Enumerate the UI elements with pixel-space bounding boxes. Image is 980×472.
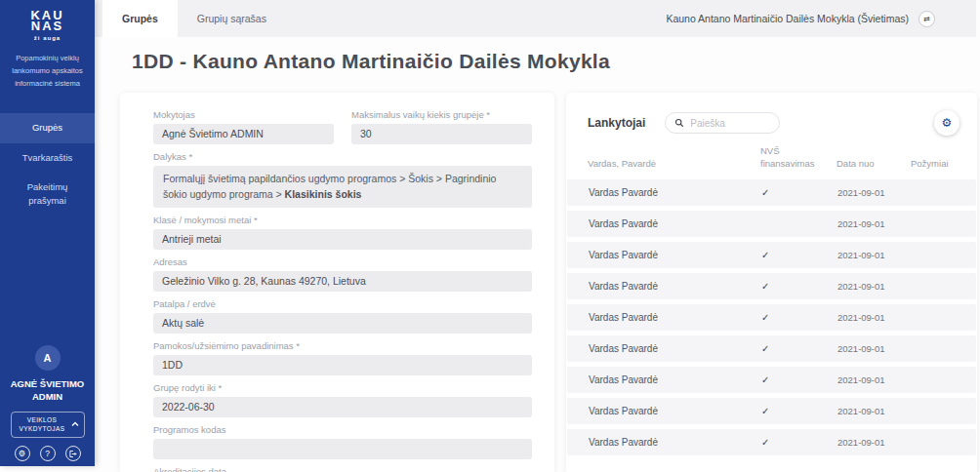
logo-tagline: ži auga	[0, 33, 95, 44]
sidebar: KAU NAS ži auga Popamokinių veiklų lanko…	[0, 0, 95, 466]
tab-grupes[interactable]: Grupės	[102, 0, 178, 37]
tab-label: Grupių sąrašas	[197, 13, 266, 24]
field-label-pamoka: Pamokos/užsiėmimo pavadinimas *	[153, 340, 532, 351]
pamokos-pavadinimas-field[interactable]: 1DD	[153, 355, 532, 375]
column-header-date: Data nuo	[837, 158, 911, 171]
group-form-card: Mokytojas Agnė Švietimo ADMIN Maksimalus…	[120, 93, 554, 472]
visitors-rows: Vardas Pavardė✓2021-09-01Vardas Pavardė2…	[566, 179, 977, 455]
visitors-header: Lankytojai ⚙	[566, 93, 977, 136]
nvs-check-icon: ✓	[761, 250, 837, 260]
role-label: VEIKLOS VYKDYTOJAS	[17, 415, 68, 435]
tab-grupiu-sarasas[interactable]: Grupių sąrašas	[178, 0, 286, 37]
visitor-date-from: 2021-09-01	[837, 187, 912, 198]
field-label-adresas: Adresas	[153, 256, 532, 267]
help-button[interactable]: ?	[40, 446, 56, 461]
table-row[interactable]: Vardas Pavardė✓2021-09-01	[567, 304, 976, 331]
visitors-settings-button[interactable]: ⚙	[934, 110, 960, 136]
help-icon: ?	[45, 449, 50, 458]
kaunas-logo: KAU NAS ži auga	[0, 10, 95, 44]
table-row[interactable]: Vardas Pavardė✓2021-09-01	[567, 179, 976, 206]
chevron-up-icon	[71, 421, 79, 427]
visitors-title: Lankytojai	[588, 116, 645, 130]
visitor-date-from: 2021-09-01	[837, 374, 912, 385]
visitor-date-from: 2021-09-01	[837, 281, 912, 292]
sidebar-user-block: A AGNĖ ŠVIETIMO ADMIN VEIKLOS VYKDYTOJAS…	[0, 345, 95, 461]
table-row[interactable]: Vardas Pavardė✓2021-09-01	[567, 242, 976, 268]
table-row[interactable]: Vardas Pavardė✓2021-09-01	[567, 335, 976, 362]
column-header-pozymiai: Požymiai	[911, 158, 977, 171]
adresas-field[interactable]: Geležinio Vilko g. 28, Kaunas 49270, Lie…	[153, 271, 532, 292]
visitor-date-from: 2021-09-01	[837, 312, 912, 323]
visitors-card: Lankytojai ⚙ Vardas, Pavardė NVŠ finansa…	[566, 93, 977, 472]
patalpa-field[interactable]: Aktų salė	[153, 313, 532, 334]
logout-button[interactable]	[65, 446, 81, 461]
nvs-check-icon: ✓	[761, 406, 837, 416]
swap-icon: ⇄	[923, 15, 930, 23]
visitor-date-from: 2021-09-01	[837, 250, 912, 260]
nvs-check-icon: ✓	[761, 281, 837, 292]
visitor-name: Vardas Pavardė	[589, 187, 761, 198]
mokytojas-field[interactable]: Agnė Švietimo ADMIN	[153, 124, 334, 144]
nvs-check-icon: ✓	[761, 437, 837, 448]
sidebar-item-label: Grupės	[32, 122, 62, 133]
table-row[interactable]: Vardas Pavardė✓2021-09-01	[567, 429, 976, 455]
gear-icon: ⚙	[19, 449, 26, 458]
maksimalus-field[interactable]: 30	[351, 124, 532, 144]
rodyti-iki-field[interactable]: 2022-06-30	[153, 397, 532, 417]
app-window: KAU NAS ži auga Popamokinių veiklų lanko…	[0, 0, 980, 472]
column-header-nvs: NVŠ finansavimas	[760, 145, 837, 171]
visitor-name: Vardas Pavardė	[589, 343, 761, 354]
sidebar-item-label: Tvarkaraštis	[22, 152, 73, 163]
institution-switcher: Kauno Antano Martinaičio Dailės Mokykla …	[666, 0, 935, 37]
tab-label: Grupės	[122, 13, 158, 24]
visitor-name: Vardas Pavardė	[589, 437, 761, 448]
dalykas-field[interactable]: Formalųjį švietimą papildančios ugdymo p…	[153, 166, 532, 208]
system-name: Popamokinių veiklų lankomumo apskaitos i…	[0, 53, 95, 90]
field-label-klase: Klasė / mokymosi metai *	[153, 215, 532, 225]
klase-field[interactable]: Antrieji metai	[153, 229, 532, 250]
visitor-name: Vardas Pavardė	[589, 406, 761, 416]
programos-kodas-field[interactable]	[153, 439, 532, 459]
sidebar-item-grupes[interactable]: Grupės	[0, 113, 95, 142]
visitor-date-from: 2021-09-01	[837, 406, 912, 416]
nvs-check-icon: ✓	[761, 343, 837, 354]
field-label-maksimalus: Maksimalus vaikų kiekis grupėje *	[351, 109, 532, 120]
settings-button[interactable]: ⚙	[15, 446, 30, 461]
search-icon	[674, 118, 684, 128]
sidebar-item-tvarkarastis[interactable]: Tvarkaraštis	[0, 143, 95, 173]
dalykas-selected: Klasikinis šokis	[285, 188, 362, 200]
field-label-dalykas: Dalykas *	[153, 151, 532, 162]
visitor-name: Vardas Pavardė	[589, 312, 761, 323]
table-row[interactable]: Vardas Pavardė✓2021-09-01	[567, 367, 976, 393]
nvs-check-icon: ✓	[761, 187, 837, 198]
sidebar-footer-icons: ⚙ ?	[0, 446, 95, 461]
logout-icon	[68, 450, 77, 458]
visitor-name: Vardas Pavardė	[589, 218, 761, 229]
nvs-check-icon: ✓	[761, 312, 837, 323]
table-row[interactable]: Vardas Pavardė✓2021-09-01	[567, 273, 976, 299]
role-selector[interactable]: VEIKLOS VYKDYTOJAS	[11, 412, 85, 439]
field-label-patalpa: Patalpa / erdvė	[153, 298, 532, 309]
table-row[interactable]: Vardas Pavardė✓2021-09-01	[567, 398, 976, 424]
visitor-name: Vardas Pavardė	[589, 281, 761, 292]
visitors-table-header: Vardas, Pavardė NVŠ finansavimas Data nu…	[566, 145, 977, 179]
user-name: AGNĖ ŠVIETIMO ADMIN	[0, 377, 95, 404]
visitor-name: Vardas Pavardė	[589, 374, 761, 385]
column-header-name: Vardas, Pavardė	[588, 158, 760, 171]
logo-line2: NAS	[31, 19, 63, 33]
search-input[interactable]	[690, 118, 768, 129]
field-label-programos-kodas: Programos kodas	[153, 424, 532, 435]
visitor-date-from: 2021-09-01	[837, 218, 912, 229]
nvs-check-icon: ✓	[761, 374, 837, 385]
visitor-name: Vardas Pavardė	[589, 250, 761, 260]
visitor-date-from: 2021-09-01	[837, 343, 912, 354]
sidebar-menu: Grupės Tvarkaraštis Pakeitimų prašymai	[0, 113, 95, 216]
page-title: 1DD - Kauno Antano Martinaičio Dailės Mo…	[132, 50, 610, 73]
avatar: A	[35, 345, 61, 371]
field-label-rodyti-iki: Grupę rodyti iki *	[153, 382, 532, 393]
switch-institution-button[interactable]: ⇄	[919, 11, 935, 27]
table-row[interactable]: Vardas Pavardė2021-09-01	[567, 211, 976, 237]
field-label-mokytojas: Mokytojas	[153, 109, 334, 120]
visitor-date-from: 2021-09-01	[837, 437, 912, 448]
sidebar-item-pakeitimu-prasymai[interactable]: Pakeitimų prašymai	[0, 173, 95, 216]
